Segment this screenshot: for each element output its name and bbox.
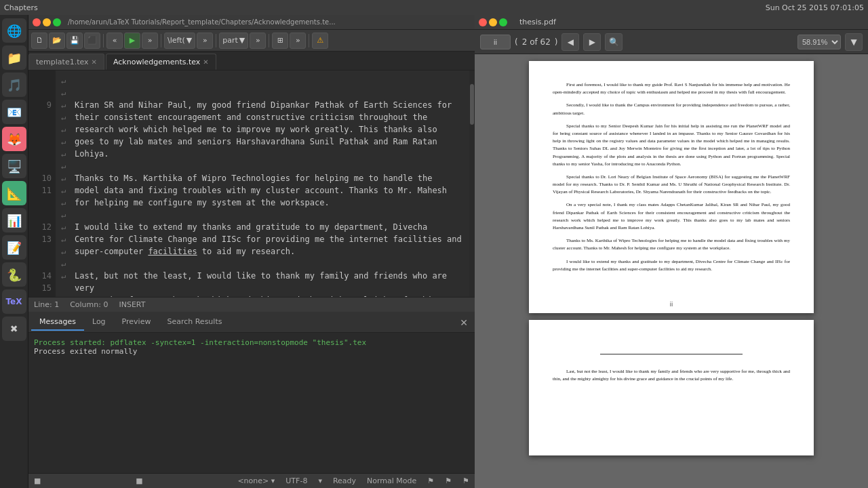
pdf-scroll[interactable]: First and foremost, I would like to than… [475,54,868,488]
code-line: ↵goes to my lab mates and seniors Harsha… [61,136,464,148]
dock-icon-email[interactable]: 📧 [2,100,26,124]
datetime: Sun Oct 25 2015 07:01:05 [766,3,864,12]
maximize-window-button[interactable] [53,18,61,26]
tab-messages[interactable]: Messages [31,314,84,331]
part-button[interactable]: part ▼ [219,33,248,49]
after-part-button[interactable]: » [250,33,266,49]
dock-icon-files[interactable]: 📁 [2,45,26,70]
dock-icon-python[interactable]: 🐍 [2,262,26,287]
pdf-page-of: 2 of 62 [522,37,551,47]
tab-acknowledgements[interactable]: Acknowledgements.tex ✕ [106,54,216,70]
warning-button[interactable]: ⚠ [312,33,328,49]
icon-3: ⚑ [462,476,469,485]
scroll-thumb[interactable] [470,84,474,125]
pdf-close-button[interactable] [479,18,487,26]
dock-icon-x[interactable]: ✖ [2,317,26,341]
code-line: ↵I would like to extend my thanks and gr… [61,221,464,233]
toolbar-separator-5 [309,34,309,47]
prev-button[interactable]: « [106,33,123,49]
pdf-next-button[interactable]: ▶ [583,33,601,51]
code-line: ↵ [61,87,464,99]
tab-template1-label: template1.tex [36,58,89,66]
pdf-min-button[interactable] [489,18,497,26]
editor-scrollbar[interactable] [469,70,475,297]
toolbar-separator-2 [161,34,161,47]
dock-icon-writer[interactable]: 📝 [2,235,26,260]
tab-preview[interactable]: Preview [114,314,159,331]
toolbar-separator-1 [103,34,104,47]
tab-template1-close[interactable]: ✕ [92,58,97,66]
compile-button[interactable]: ▶ [124,33,140,49]
toolbar-separator-3 [216,34,216,47]
page-indicator-icon: ■ [34,476,41,485]
pdf-container: thesis.pdf ( 2 of 62 ) ◀ ▶ 🔍 58.91% 100%… [475,15,868,488]
editor-topbar: /home/arun/LaTeX Tutorials/Report_templa… [28,15,475,30]
pdf-page-ii: First and foremost, I would like to than… [529,61,814,313]
table-button[interactable]: ⊞ [272,33,288,49]
code-line: ↵model data and fixing troubles with my … [61,184,464,197]
dock-icon-firefox[interactable]: 🦊 [2,127,26,151]
code-line: ↵Last, but not the least, I would like t… [61,270,464,294]
system-bar-right: Sun Oct 25 2015 07:01:05 [766,3,864,12]
encoding-dropdown[interactable]: <none> ▾ [237,476,275,485]
pdf-zoom-select[interactable]: 58.91% 100% 75% 50% [797,35,841,49]
system-bar-left: Chapters [4,3,38,12]
pdf-prev-button[interactable]: ◀ [561,33,579,51]
left-paren-arrow: ▼ [186,36,192,45]
dock-icon-browser[interactable]: 🌐 [2,18,26,43]
code-line: ↵for helping me configure my system at t… [61,197,464,209]
tab-log[interactable]: Log [84,314,114,331]
dock-icon-calc[interactable]: 📊 [2,208,26,232]
pdf-max-button[interactable] [499,18,507,26]
app-name: Chapters [4,3,38,12]
tab-search-results[interactable]: Search Results [159,314,230,331]
code-line: ↵research work which helped me to improv… [61,123,464,136]
save-button[interactable]: 💾 [66,33,83,49]
pdf-para-7: I would like to extend my thanks and gra… [553,258,790,273]
pdf-topbar: thesis.pdf [475,15,868,30]
editor-toolbar: 🗋 📂 💾 ⬛ « ▶ » \left( ▼ » part ▼ » ⊞ » [28,30,475,52]
pdf-para-6: Thanks to Ms. Karthika of Wipro Technolo… [553,237,790,252]
stop-button[interactable]: ⬛ [84,33,100,49]
next-button[interactable]: » [142,33,158,49]
pdf-para-5: On a very special note, I thank my class… [553,201,790,232]
after-paren-button[interactable]: » [197,33,213,49]
window-buttons [33,18,61,26]
code-line: ↵ [61,75,464,87]
close-window-button[interactable] [33,18,41,26]
dock-icon-music[interactable]: 🎵 [2,73,26,97]
after-table-button[interactable]: » [290,33,306,49]
dock-icon-draw[interactable]: 📐 [2,181,26,205]
pdf-search-button[interactable]: 🔍 [605,33,623,51]
dock-icon-terminal[interactable]: 🖥️ [2,154,26,178]
new-file-button[interactable]: 🗋 [31,33,47,49]
status: Ready [333,476,356,485]
pdf-window-buttons [479,18,507,26]
editor-statusbar: Line: 1 Column: 0 INSERT [28,297,475,312]
line-numbers: 9 10 11 12 13 14 15 16 [28,70,56,297]
editor-scroll-area: 9 10 11 12 13 14 15 16 [28,70,475,297]
pdf-page-3: Last, but not the least, I would like to… [529,320,814,455]
process-start-line: Process started: pdflatex -synctex=1 -in… [34,338,469,347]
open-file-button[interactable]: 📂 [49,33,65,49]
charset: UTF-8 [285,476,307,485]
left-paren-label: \left( [167,36,185,45]
pdf-zoom-dropdown[interactable]: ▼ [845,33,863,51]
pdf-para-4: Special thanks to Dr. Lori Neary of Belg… [553,174,790,197]
tab-acknowledgements-label: Acknowledgements.tex [113,58,200,66]
code-line: ↵Lohiya. [61,148,464,160]
messages-tabs: Messages Log Preview Search Results ✕ [28,312,475,333]
code-area[interactable]: ↵ ↵ ↵Kiran SR and Nihar Paul, my good fr… [56,70,469,297]
dock-icon-latex[interactable]: TeX [2,289,26,314]
cursor-line: Line: 1 [34,300,59,309]
toolbar-separator-4 [269,34,269,47]
minimize-window-button[interactable] [43,18,51,26]
tab-template1[interactable]: template1.tex ✕ [28,54,104,70]
pdf-page-input[interactable] [480,35,511,49]
messages-close-button[interactable]: ✕ [456,317,472,328]
left-paren-button[interactable]: \left( ▼ [164,33,195,49]
tab-acknowledgements-close[interactable]: ✕ [203,58,208,66]
code-line: ↵Kiran SR and Nihar Paul, my good friend… [61,99,464,111]
messages-panel: Messages Log Preview Search Results ✕ Pr… [28,312,475,488]
code-line: ↵ [61,160,464,172]
